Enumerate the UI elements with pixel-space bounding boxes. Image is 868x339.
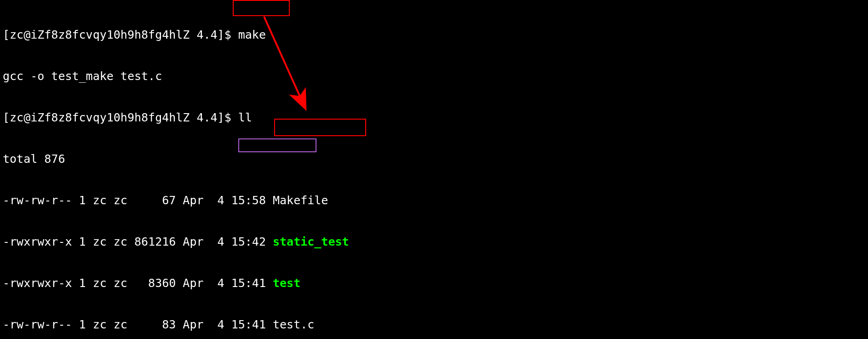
prompt: [zc@iZf8z8fcvqy10h9h8fg4hlZ 4.4]: [3, 28, 224, 41]
file-stat: -rw-rw-r-- 1 zc zc 83 Apr 4 15:41: [3, 318, 273, 331]
dollar-sign: $: [224, 28, 238, 41]
line-7: -rwxrwxr-x 1 zc zc 8360 Apr 4 15:41 test: [3, 276, 865, 290]
file-makefile: Makefile: [273, 194, 328, 207]
dollar-sign: $: [224, 111, 238, 124]
file-static-test: static_test: [273, 235, 349, 248]
prompt: [zc@iZf8z8fcvqy10h9h8fg4hlZ 4.4]: [3, 111, 224, 124]
annotation-box-make-clean: [238, 138, 316, 152]
line-4: total 876: [3, 152, 865, 166]
line-1: [zc@iZf8z8fcvqy10h9h8fg4hlZ 4.4]$ make: [3, 28, 865, 42]
command-ll: ll: [238, 111, 252, 124]
line-8: -rw-rw-r-- 1 zc zc 83 Apr 4 15:41 test.c: [3, 318, 865, 332]
annotation-box-make: [233, 0, 290, 16]
file-test-c: test.c: [273, 318, 314, 331]
line-2: gcc -o test_make test.c: [3, 69, 865, 83]
file-stat: -rwxrwxr-x 1 zc zc 861216 Apr 4 15:42: [3, 235, 273, 248]
file-test: test: [273, 276, 300, 290]
terminal[interactable]: [zc@iZf8z8fcvqy10h9h8fg4hlZ 4.4]$ make g…: [0, 0, 868, 339]
line-5: -rw-rw-r-- 1 zc zc 67 Apr 4 15:58 Makefi…: [3, 194, 865, 207]
line-3: [zc@iZf8z8fcvqy10h9h8fg4hlZ 4.4]$ ll: [3, 111, 865, 125]
file-stat: -rwxrwxr-x 1 zc zc 8360 Apr 4 15:41: [3, 276, 273, 290]
file-stat: -rw-rw-r-- 1 zc zc 67 Apr 4 15:58: [3, 194, 273, 207]
command-make: make: [238, 28, 266, 41]
line-6: -rwxrwxr-x 1 zc zc 861216 Apr 4 15:42 st…: [3, 235, 865, 249]
